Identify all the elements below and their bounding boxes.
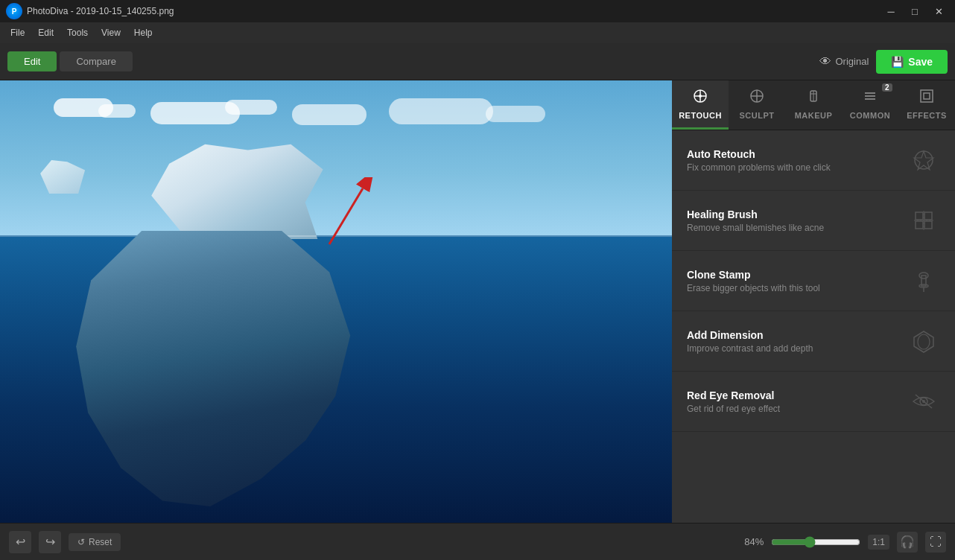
svg-rect-19 [924, 212, 932, 220]
tool-auto-retouch[interactable]: Auto Retouch Fix common problems with on… [672, 130, 955, 191]
common-badge: 2 [882, 83, 892, 92]
svg-rect-21 [924, 221, 932, 229]
minimize-button[interactable]: ─ [881, 4, 901, 19]
svg-rect-18 [916, 212, 923, 220]
water-line [0, 235, 672, 237]
close-button[interactable]: ✕ [928, 4, 949, 19]
sculpt-icon [749, 88, 765, 108]
tool-healing-brush-title: Healing Brush [687, 209, 907, 220]
zoom-percent: 84% [744, 536, 764, 547]
clone-stamp-icon [907, 264, 940, 297]
save-icon: 💾 [891, 56, 904, 68]
tool-add-dimension-desc: Improve contrast and add depth [687, 343, 907, 354]
edit-tab[interactable]: Edit [7, 51, 57, 71]
view-tabs: Edit Compare [7, 51, 133, 71]
tab-makeup[interactable]: MAKEUP [785, 80, 842, 130]
headphones-button[interactable]: 🎧 [897, 532, 918, 553]
zoom-1to1-label[interactable]: 1:1 [868, 535, 889, 550]
restore-button[interactable]: □ [904, 4, 925, 19]
sky-background [0, 80, 672, 235]
app-logo: P [6, 3, 22, 19]
tool-list: Auto Retouch Fix common problems with on… [672, 130, 955, 523]
tool-auto-retouch-title: Auto Retouch [687, 148, 907, 160]
tab-retouch-label: RETOUCH [679, 111, 722, 120]
main-content: RETOUCH SCULPT [0, 80, 955, 523]
title-bar: P PhotoDiva - 2019-10-15_140255.png ─ □ … [0, 0, 955, 22]
compare-tab[interactable]: Compare [60, 51, 132, 71]
window-controls: ─ □ ✕ [881, 4, 949, 19]
fit-button[interactable]: ⛶ [925, 532, 946, 553]
red-eye-icon [907, 385, 940, 418]
svg-point-28 [918, 334, 930, 349]
tool-red-eye-desc: Get rid of red eye effect [687, 404, 907, 414]
preview-toggle[interactable]: 👁 Original [819, 55, 869, 69]
tab-effects-label: EFFECTS [907, 111, 947, 120]
menu-tools[interactable]: Tools [61, 25, 94, 40]
healing-brush-icon [907, 204, 940, 237]
tool-clone-stamp-desc: Erase bigger objects with this tool [687, 283, 907, 293]
reset-icon: ↺ [77, 537, 85, 547]
tab-sculpt[interactable]: SCULPT [729, 80, 785, 130]
zoom-controls: 84% 1:1 🎧 ⛶ [128, 532, 946, 553]
menu-help[interactable]: Help [128, 25, 159, 40]
tool-add-dimension[interactable]: Add Dimension Improve contrast and add d… [672, 311, 955, 372]
redo-button[interactable]: ↪ [39, 531, 61, 553]
menu-bar: File Edit Tools View Help [0, 22, 955, 43]
common-icon [862, 88, 878, 108]
svg-rect-16 [924, 93, 930, 99]
save-label: Save [908, 56, 933, 68]
effects-icon [918, 88, 935, 108]
top-bar-right: 👁 Original 💾 Save [819, 50, 948, 74]
preview-label: Original [836, 56, 869, 67]
retouch-icon [692, 88, 708, 108]
tool-healing-brush-desc: Remove small blemishes like acne [687, 223, 907, 233]
tool-red-eye[interactable]: Red Eye Removal Get rid of red eye effec… [672, 372, 955, 432]
eye-icon: 👁 [819, 55, 831, 69]
reset-label: Reset [89, 537, 112, 547]
undo-button[interactable]: ↩ [9, 531, 31, 553]
tab-common[interactable]: 2 COMMON [842, 80, 898, 130]
canvas-area [0, 80, 672, 523]
tool-healing-brush-text: Healing Brush Remove small blemishes lik… [687, 209, 907, 233]
tool-add-dimension-text: Add Dimension Improve contrast and add d… [687, 329, 907, 354]
tool-auto-retouch-text: Auto Retouch Fix common problems with on… [687, 148, 907, 173]
reset-button[interactable]: ↺ Reset [69, 533, 121, 551]
top-bar: Edit Compare 👁 Original 💾 Save [0, 43, 955, 80]
menu-file[interactable]: File [4, 25, 31, 40]
right-panel: RETOUCH SCULPT [672, 80, 955, 523]
makeup-icon [805, 88, 822, 108]
menu-edit[interactable]: Edit [32, 25, 60, 40]
panel-tabs: RETOUCH SCULPT [672, 80, 955, 130]
menu-view[interactable]: View [95, 25, 127, 40]
title-bar-left: P PhotoDiva - 2019-10-15_140255.png [6, 3, 174, 19]
tab-effects[interactable]: EFFECTS [898, 80, 955, 130]
svg-rect-20 [916, 221, 923, 229]
tool-auto-retouch-desc: Fix common problems with one click [687, 162, 907, 173]
tool-red-eye-title: Red Eye Removal [687, 389, 907, 401]
window-title: PhotoDiva - 2019-10-15_140255.png [27, 6, 174, 16]
save-button[interactable]: 💾 Save [876, 50, 948, 74]
tool-healing-brush[interactable]: Healing Brush Remove small blemishes lik… [672, 191, 955, 251]
svg-point-5 [699, 95, 702, 98]
bottom-bar: ↩ ↪ ↺ Reset 84% 1:1 🎧 ⛶ [0, 523, 955, 560]
auto-retouch-icon [907, 144, 940, 176]
tab-common-label: COMMON [850, 111, 890, 120]
svg-line-31 [916, 395, 932, 408]
zoom-slider[interactable] [771, 536, 860, 548]
tab-retouch[interactable]: RETOUCH [672, 80, 729, 130]
add-dimension-icon [907, 325, 940, 357]
tool-clone-stamp[interactable]: Clone Stamp Erase bigger objects with th… [672, 251, 955, 311]
tool-red-eye-text: Red Eye Removal Get rid of red eye effec… [687, 389, 907, 414]
tab-makeup-label: MAKEUP [795, 111, 833, 120]
tool-add-dimension-title: Add Dimension [687, 329, 907, 341]
svg-rect-15 [921, 90, 933, 102]
tool-clone-stamp-title: Clone Stamp [687, 269, 907, 281]
tab-sculpt-label: SCULPT [740, 111, 775, 120]
tool-clone-stamp-text: Clone Stamp Erase bigger objects with th… [687, 269, 907, 293]
